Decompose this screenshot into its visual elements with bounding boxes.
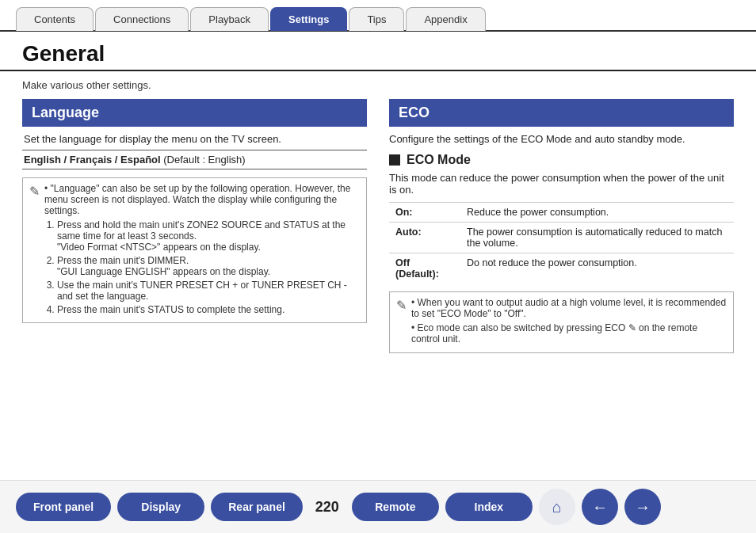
eco-note-list: When you want to output audio at a high … [411,297,727,348]
tab-connections[interactable]: Connections [95,7,189,31]
eco-on-label: On: [389,203,460,223]
eco-note-2: Eco mode can also be switched by pressin… [411,322,727,345]
bottom-navigation: Front panel Display Rear panel 220 Remot… [0,480,756,533]
top-navigation: Contents Connections Playback Settings T… [0,6,756,32]
eco-description: Configure the settings of the ECO Mode a… [389,133,734,145]
language-step-4: Press the main unit's STATUS to complete… [57,304,360,315]
front-panel-button[interactable]: Front panel [16,493,111,521]
tab-playback[interactable]: Playback [190,7,269,31]
black-square-icon [389,154,400,166]
home-button[interactable]: ⌂ [539,489,575,525]
table-row: Off(Default): Do not reduce the power co… [389,253,734,284]
table-row: Auto: The power consumption is automatic… [389,223,734,253]
remote-button[interactable]: Remote [352,493,439,521]
eco-on-value: Reduce the power consumption. [460,203,734,223]
language-step-3: Use the main unit's TUNER PRESET CH + or… [57,280,360,302]
language-step-1: Press and hold the main unit's ZONE2 SOU… [57,219,360,253]
tab-appendix[interactable]: Appendix [406,7,485,31]
page-title-section: General [0,32,756,71]
language-note-list: "Language" can also be set up by the fol… [44,183,360,318]
tab-contents[interactable]: Contents [16,7,94,31]
language-description: Set the language for display the menu on… [22,133,367,145]
eco-mode-title: ECO Mode [389,153,734,167]
eco-note-block: ✎ When you want to output audio at a hig… [389,291,734,353]
page-number: 220 [315,499,339,516]
tab-tips[interactable]: Tips [349,7,404,31]
language-note-intro: "Language" can also be set up by the fol… [44,183,360,216]
language-step-2: Press the main unit's DIMMER."GUI Langua… [57,255,360,277]
language-section: Language Set the language for display th… [22,99,367,353]
eco-auto-value: The power consumption is automatically r… [460,223,734,253]
tab-settings[interactable]: Settings [270,7,347,31]
pencil-icon: ✎ [29,184,40,199]
back-button[interactable]: ← [582,489,618,525]
main-content: Language Set the language for display th… [0,99,756,353]
language-options: English / Français / Español (Default : … [22,150,367,169]
eco-mode-description: This mode can reduce the power consumpti… [389,172,734,196]
eco-off-label: Off(Default): [389,253,460,284]
eco-table: On: Reduce the power consumption. Auto: … [389,202,734,284]
eco-note-1: When you want to output audio at a high … [411,297,727,319]
eco-mode-title-text: ECO Mode [407,153,471,167]
eco-header: ECO [389,99,734,127]
language-header: Language [22,99,367,127]
forward-button[interactable]: → [624,489,661,525]
table-row: On: Reduce the power consumption. [389,203,734,223]
page-subtitle: Make various other settings. [0,76,756,99]
index-button[interactable]: Index [445,493,533,521]
page-title: General [22,41,734,67]
eco-off-value: Do not reduce the power consumption. [460,253,734,284]
display-button[interactable]: Display [117,493,204,521]
eco-auto-label: Auto: [389,223,460,253]
language-options-normal: (Default : English) [161,154,246,166]
eco-section: ECO Configure the settings of the ECO Mo… [389,99,734,353]
rear-panel-button[interactable]: Rear panel [211,493,303,521]
language-note-block: ✎ "Language" can also be set up by the f… [22,177,367,323]
pencil-icon-eco: ✎ [396,298,407,313]
language-options-bold: English / Français / Español [24,154,161,166]
